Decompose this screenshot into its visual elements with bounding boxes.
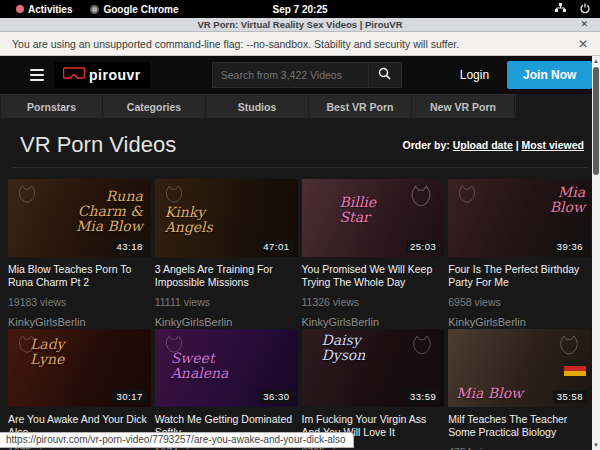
duration-badge: 30:17 bbox=[112, 390, 146, 403]
studio-watermark-icon bbox=[557, 333, 581, 361]
thumbnail-caption: Sweet Analena bbox=[171, 351, 251, 381]
page-heading-row: VR Porn Videos Order by: Upload date | M… bbox=[0, 118, 600, 158]
studio-watermark-icon bbox=[16, 183, 38, 209]
thumbnail-caption: Billie Star bbox=[340, 195, 410, 225]
chrome-infobar: You are using an unsupported command-lin… bbox=[0, 32, 600, 56]
heading-divider bbox=[12, 167, 588, 168]
order-link-most-viewed[interactable]: Most viewed bbox=[522, 139, 584, 151]
thumbnail-caption: Kinky Angels bbox=[165, 205, 225, 235]
video-studio-link[interactable]: KinkyGirlsBerlin bbox=[8, 316, 151, 328]
video-thumbnail[interactable]: Lady Lyne 30:17 bbox=[8, 329, 151, 407]
thumbnail-caption: Mia Blow bbox=[456, 386, 526, 401]
thumbnail-caption: Lady Lyne bbox=[30, 337, 86, 367]
nav-item-new-vr-porn[interactable]: New VR Porn bbox=[412, 95, 515, 118]
video-title[interactable]: Four Is The Perfect Birthday Party For M… bbox=[448, 263, 591, 289]
video-thumbnail[interactable]: Mia Blow 35:58 bbox=[448, 329, 591, 407]
video-card: Mia Blow 39:36 Four Is The Perfect Birth… bbox=[448, 179, 591, 328]
clock[interactable]: Sep 7 20:25 bbox=[0, 4, 600, 15]
scroll-down-icon[interactable]: ▼ bbox=[592, 440, 600, 450]
duration-badge: 43:18 bbox=[112, 240, 146, 253]
page-title: VR Porn Videos bbox=[20, 132, 176, 158]
video-views: 6958 views bbox=[448, 296, 591, 308]
search-input[interactable] bbox=[212, 62, 368, 88]
tab-title[interactable]: VR Porn: Virtual Reality Sex Videos | Pi… bbox=[197, 19, 402, 30]
video-card: Mia Blow 35:58 Milf Teaches The Teacher … bbox=[448, 329, 591, 450]
nav-item-pornstars[interactable]: Pornstars bbox=[0, 95, 103, 118]
thumbnail-caption: Mia Blow bbox=[525, 185, 585, 215]
login-link[interactable]: Login bbox=[460, 68, 489, 82]
duration-badge: 25:03 bbox=[406, 240, 440, 253]
studio-watermark-icon bbox=[408, 183, 434, 213]
video-card: Billie Star 25:03 You Promised We Will K… bbox=[302, 179, 445, 328]
thumbnail-caption: Runa Charm & Mia Blow bbox=[73, 189, 143, 234]
network-icon[interactable] bbox=[555, 3, 566, 15]
video-thumbnail[interactable]: Daisy Dyson 33:59 bbox=[302, 329, 445, 407]
site-logo[interactable]: pirouvr bbox=[54, 62, 150, 88]
power-icon[interactable] bbox=[580, 3, 590, 16]
duration-badge: 35:58 bbox=[553, 390, 587, 403]
video-studio-link[interactable]: KinkyGirlsBerlin bbox=[155, 316, 298, 328]
order-by: Order by: Upload date | Most viewed bbox=[403, 139, 585, 151]
video-thumbnail[interactable]: Kinky Angels 47:01 bbox=[155, 179, 298, 257]
studio-watermark-icon bbox=[456, 183, 478, 209]
video-studio-link[interactable]: KinkyGirlsBerlin bbox=[448, 316, 591, 328]
browser-tab-strip: VR Porn: Virtual Reality Sex Videos | Pi… bbox=[0, 18, 600, 32]
video-grid: Runa Charm & Mia Blow 43:18 Mia Blow Tea… bbox=[8, 179, 591, 450]
vr-goggles-icon bbox=[63, 66, 85, 84]
duration-badge: 47:01 bbox=[259, 240, 293, 253]
nav-item-studios[interactable]: Studios bbox=[206, 95, 309, 118]
status-bubble: https://pirouvr.com/vr-porn-video/779325… bbox=[0, 432, 354, 448]
infobar-message: You are using an unsupported command-lin… bbox=[12, 38, 459, 50]
search-icon bbox=[378, 66, 391, 84]
duration-badge: 33:59 bbox=[406, 390, 440, 403]
video-card: Runa Charm & Mia Blow 43:18 Mia Blow Tea… bbox=[8, 179, 151, 328]
infobar-close-icon[interactable]: ✕ bbox=[578, 37, 588, 51]
order-by-label: Order by: bbox=[403, 139, 450, 151]
video-thumbnail[interactable]: Sweet Analena 36:30 bbox=[155, 329, 298, 407]
nav-item-best-vr-porn[interactable]: Best VR Porn bbox=[309, 95, 412, 118]
video-title[interactable]: Mia Blow Teaches Porn To Runa Charm Pt 2 bbox=[8, 263, 151, 289]
studio-watermark-icon bbox=[410, 333, 434, 361]
video-thumbnail[interactable]: Runa Charm & Mia Blow 43:18 bbox=[8, 179, 151, 257]
join-now-button[interactable]: Join Now bbox=[507, 61, 592, 89]
video-thumbnail[interactable]: Billie Star 25:03 bbox=[302, 179, 445, 257]
video-thumbnail[interactable]: Mia Blow 39:36 bbox=[448, 179, 591, 257]
vertical-scrollbar[interactable]: ▲ ▼ bbox=[592, 56, 600, 450]
logo-text: pirouvr bbox=[89, 67, 141, 83]
thumbnail-caption: Daisy Dyson bbox=[322, 333, 388, 363]
video-views: 11326 views bbox=[302, 296, 445, 308]
video-views: 11111 views bbox=[155, 296, 298, 308]
video-title[interactable]: Milf Teaches The Teacher Some Practical … bbox=[448, 413, 591, 439]
search-bar bbox=[212, 62, 402, 88]
video-card: Kinky Angels 47:01 3 Angels Are Training… bbox=[155, 179, 298, 328]
system-top-bar: Activities Google Chrome Sep 7 20:25 bbox=[0, 0, 600, 18]
site-header: pirouvr Login Join Now bbox=[0, 56, 600, 94]
order-separator: | bbox=[513, 139, 522, 151]
video-views: 4754 views bbox=[448, 446, 591, 450]
main-nav: Pornstars Categories Studios Best VR Por… bbox=[0, 94, 516, 118]
nav-item-categories[interactable]: Categories bbox=[103, 95, 206, 118]
order-link-upload-date[interactable]: Upload date bbox=[453, 139, 513, 151]
german-flag-icon bbox=[564, 361, 586, 376]
video-title[interactable]: 3 Angels Are Training For Impossible Mis… bbox=[155, 263, 298, 289]
tab-close-icon[interactable]: ✕ bbox=[580, 19, 588, 29]
video-views: 19183 views bbox=[8, 296, 151, 308]
video-studio-link[interactable]: KinkyGirlsBerlin bbox=[302, 316, 445, 328]
search-button[interactable] bbox=[368, 62, 402, 88]
scrollbar-thumb[interactable] bbox=[593, 67, 599, 175]
menu-icon[interactable] bbox=[30, 69, 44, 81]
video-title[interactable]: You Promised We Will Keep Trying The Who… bbox=[302, 263, 445, 289]
duration-badge: 36:30 bbox=[259, 390, 293, 403]
duration-badge: 39:36 bbox=[553, 240, 587, 253]
scroll-up-icon[interactable]: ▲ bbox=[592, 56, 600, 66]
